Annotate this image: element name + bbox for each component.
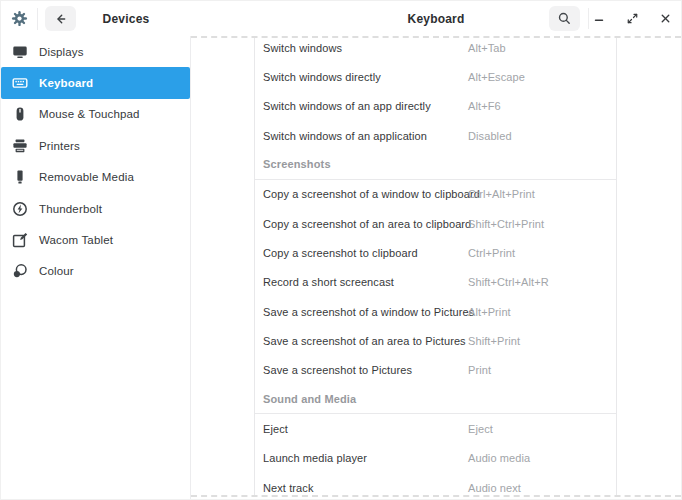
- sidebar: DisplaysKeyboardMouse & TouchpadPrinters…: [1, 36, 191, 499]
- sidebar-item-label: Printers: [39, 140, 80, 152]
- headerbar: Devices Keyboard: [1, 1, 681, 36]
- thunderbolt-icon: [12, 201, 28, 217]
- shortcut-label: Save a screenshot to Pictures: [263, 364, 412, 376]
- search-button[interactable]: [549, 6, 580, 31]
- close-icon: [659, 12, 672, 25]
- shortcut-row[interactable]: Save a screenshot of a window to Picture…: [255, 297, 616, 326]
- shortcut-label: Switch windows directly: [263, 71, 381, 83]
- close-button[interactable]: [652, 6, 678, 31]
- shortcut-value: Ctrl+Alt+Print: [468, 188, 535, 200]
- left-arrow-icon: [54, 12, 68, 26]
- sidebar-item-label: Colour: [39, 265, 74, 277]
- shortcut-label: Record a short screencast: [263, 276, 394, 288]
- shortcut-value: Ctrl+Print: [468, 247, 515, 259]
- shortcut-row[interactable]: Next trackAudio next: [255, 473, 616, 495]
- wacom-tablet-icon: [12, 232, 28, 248]
- shortcut-label: Switch windows of an application: [263, 130, 427, 142]
- shortcut-label: Copy a screenshot of an area to clipboar…: [263, 218, 471, 230]
- shortcut-value: Alt+Print: [468, 306, 511, 318]
- sidebar-item-displays[interactable]: Displays: [1, 36, 190, 67]
- shortcut-label: Save a screenshot of an area to Pictures: [263, 335, 466, 347]
- shortcut-value: Alt+Tab: [468, 42, 506, 54]
- section-title: Sound and Media: [263, 393, 356, 405]
- content-headerbar: Keyboard: [191, 1, 681, 36]
- shortcut-row[interactable]: Copy a screenshot to clipboardCtrl+Print: [255, 238, 616, 267]
- shortcut-value: Shift+Ctrl+Alt+R: [468, 276, 549, 288]
- sidebar-item-keyboard[interactable]: Keyboard: [1, 67, 190, 98]
- shortcut-row[interactable]: Save a screenshot to PicturesPrint: [255, 356, 616, 385]
- shortcut-value: Eject: [468, 423, 493, 435]
- minimize-button[interactable]: [586, 6, 612, 31]
- sidebar-title: Devices: [76, 12, 176, 26]
- shortcut-label: Next track: [263, 482, 314, 494]
- shortcut-value: Audio next: [468, 482, 521, 494]
- shortcut-value: Shift+Print: [468, 335, 520, 347]
- gear-icon: [11, 10, 28, 27]
- display-icon: [12, 44, 28, 60]
- shortcut-value: Print: [468, 364, 491, 376]
- section-title: Screenshots: [263, 158, 331, 170]
- sidebar-item-label: Mouse & Touchpad: [39, 108, 140, 120]
- shortcut-label: Copy a screenshot of a window to clipboa…: [263, 188, 480, 200]
- sidebar-item-label: Keyboard: [39, 77, 93, 89]
- sidebar-item-label: Removable Media: [39, 171, 134, 183]
- shortcut-row[interactable]: Copy a screenshot of a window to clipboa…: [255, 180, 616, 209]
- shortcut-value: Alt+Escape: [468, 71, 525, 83]
- sidebar-item-wacom-tablet[interactable]: Wacom Tablet: [1, 224, 190, 255]
- shortcut-row[interactable]: Copy a screenshot of an area to clipboar…: [255, 209, 616, 238]
- back-button[interactable]: [45, 6, 76, 31]
- shortcut-row[interactable]: Switch windows of an app directlyAlt+F6: [255, 92, 616, 121]
- sidebar-item-label: Thunderbolt: [39, 203, 102, 215]
- sidebar-item-removable-media[interactable]: Removable Media: [1, 162, 190, 193]
- maximize-button[interactable]: [619, 6, 645, 31]
- content-pane: Switch windowsAlt+TabSwitch windows dire…: [191, 36, 681, 497]
- section-header: Screenshots: [255, 150, 616, 179]
- shortcut-row[interactable]: Switch windows of an applicationDisabled: [255, 121, 616, 150]
- printer-icon: [12, 138, 28, 154]
- settings-window: Devices Keyboard: [0, 0, 682, 500]
- shortcut-row[interactable]: Save a screenshot of an area to Pictures…: [255, 326, 616, 355]
- sidebar-item-mouse-touchpad[interactable]: Mouse & Touchpad: [1, 99, 190, 130]
- shortcut-value: Shift+Ctrl+Print: [468, 218, 544, 230]
- shortcut-row[interactable]: Record a short screencastShift+Ctrl+Alt+…: [255, 268, 616, 297]
- sidebar-item-printers[interactable]: Printers: [1, 130, 190, 161]
- header-separator: [37, 8, 38, 30]
- shortcut-label: Eject: [263, 423, 288, 435]
- shortcut-row[interactable]: Switch windowsAlt+Tab: [255, 38, 616, 62]
- shortcut-label: Save a screenshot of a window to Picture…: [263, 306, 474, 318]
- search-icon: [557, 11, 572, 26]
- sidebar-item-label: Wacom Tablet: [39, 234, 113, 246]
- shortcut-value: Disabled: [468, 130, 512, 142]
- colour-icon: [12, 263, 28, 279]
- shortcuts-frame: Switch windowsAlt+TabSwitch windows dire…: [254, 38, 617, 495]
- maximize-icon: [626, 12, 639, 25]
- shortcuts-list: Switch windowsAlt+TabSwitch windows dire…: [255, 38, 616, 495]
- shortcut-label: Copy a screenshot to clipboard: [263, 247, 418, 259]
- mouse-icon: [12, 106, 28, 122]
- keyboard-icon: [12, 75, 28, 91]
- shortcut-label: Switch windows: [263, 42, 342, 54]
- shortcut-row[interactable]: Launch media playerAudio media: [255, 444, 616, 473]
- sidebar-headerbar: Devices: [1, 1, 190, 37]
- shortcut-value: Audio media: [468, 452, 530, 464]
- shortcut-row[interactable]: EjectEject: [255, 414, 616, 443]
- section-header: Sound and Media: [255, 385, 616, 414]
- shortcut-label: Launch media player: [263, 452, 367, 464]
- sidebar-item-thunderbolt[interactable]: Thunderbolt: [1, 193, 190, 224]
- sidebar-item-label: Displays: [39, 46, 84, 58]
- shortcut-value: Alt+F6: [468, 100, 501, 112]
- removable-media-icon: [12, 169, 28, 185]
- sidebar-item-colour[interactable]: Colour: [1, 256, 190, 287]
- minimize-icon: [592, 12, 606, 26]
- shortcut-row[interactable]: Switch windows directlyAlt+Escape: [255, 62, 616, 91]
- shortcut-label: Switch windows of an app directly: [263, 100, 431, 112]
